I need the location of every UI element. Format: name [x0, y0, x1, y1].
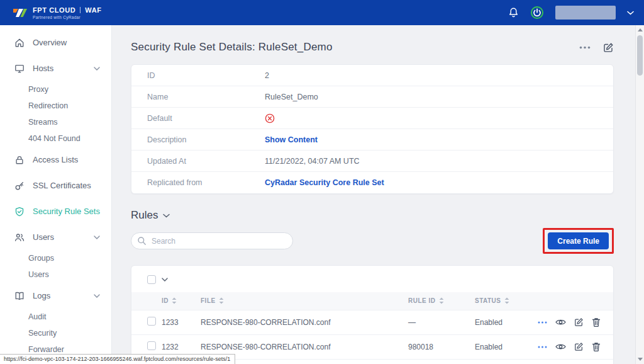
sidebar-subitem-security[interactable]: Security [0, 325, 111, 341]
show-content-link[interactable]: Show Content [265, 135, 318, 144]
chevron-down-icon [94, 67, 100, 71]
chevron-down-icon [94, 236, 100, 239]
delete-rule-button[interactable] [592, 317, 601, 327]
logout-button[interactable] [530, 6, 544, 20]
sidebar-subitem-streams[interactable]: Streams [0, 114, 111, 130]
column-header-status[interactable]: STATUS [475, 292, 538, 310]
row-checkbox[interactable] [147, 317, 156, 326]
sidebar-subitem-users[interactable]: Users [0, 266, 111, 283]
lock-icon [14, 155, 25, 165]
bell-icon [508, 7, 519, 18]
sidebar-item-security-rule-sets[interactable]: Security Rule Sets [0, 198, 111, 224]
pencil-icon [603, 42, 614, 53]
search-icon [137, 236, 147, 246]
sidebar-item-hosts[interactable]: Hosts [0, 55, 111, 81]
sidebar-item-logs[interactable]: Logs [0, 283, 111, 309]
scrollbar-up-arrow[interactable] [638, 28, 643, 31]
detail-row-updated-at: Updated At 11/21/2022, 04:07 AM UTC [131, 151, 613, 172]
status-url: https://fci-demo-vpc-103-174-212-203-166… [4, 356, 230, 362]
rules-table-card: ID FILE RULE ID [131, 265, 614, 364]
sidebar-item-overview[interactable]: Overview [0, 30, 111, 55]
detail-row-id: ID 2 [131, 65, 613, 86]
cell-file: RESPONSE-980-CORRELATION.conf [201, 310, 408, 334]
column-header-actions [538, 292, 613, 310]
bulk-actions-chevron-down-icon[interactable] [162, 278, 168, 282]
book-icon [14, 291, 25, 301]
detail-row-replicated-from: Replicated from CyRadar Security Core Ru… [131, 172, 613, 193]
sidebar-item-label: Hosts [33, 64, 53, 73]
users-icon [14, 232, 25, 242]
rules-collapse-chevron-icon[interactable] [163, 213, 170, 218]
scrollbar-thumb[interactable] [637, 35, 643, 76]
select-all-checkbox[interactable] [147, 275, 156, 284]
view-rule-button[interactable] [555, 343, 566, 351]
user-account-chip[interactable] [555, 6, 616, 20]
chevron-down-icon [94, 294, 100, 298]
delete-rule-button[interactable] [592, 342, 601, 351]
view-rule-button[interactable] [555, 318, 566, 326]
ellipsis-icon [579, 46, 591, 49]
sidebar-subitem-proxy[interactable]: Proxy [0, 81, 111, 98]
user-menu-chevron-down-icon[interactable] [627, 11, 634, 15]
scrollbar-down-arrow[interactable] [638, 358, 643, 361]
vertical-scrollbar[interactable] [635, 25, 644, 364]
logo-separator [80, 7, 80, 13]
sort-icon [219, 297, 224, 304]
notifications-button[interactable] [508, 7, 519, 18]
logo-product: WAF [85, 6, 101, 14]
cross-circle-icon [265, 113, 275, 123]
pencil-icon [574, 342, 584, 351]
detail-row-name: Name RuleSet_Demo [131, 86, 613, 108]
column-header-file[interactable]: FILE [201, 292, 408, 310]
fpt-logo-icon [13, 8, 28, 18]
sidebar-item-ssl-certificates[interactable]: SSL Certificates [0, 173, 111, 198]
column-header-id[interactable]: ID [162, 292, 201, 310]
sidebar-item-access-lists[interactable]: Access Lists [0, 147, 111, 173]
edit-rule-set-button[interactable] [603, 42, 614, 53]
cell-id: 1233 [162, 310, 201, 334]
sidebar-item-label: Overview [33, 38, 67, 47]
create-rule-button[interactable]: Create Rule [548, 232, 609, 249]
replicated-from-link[interactable]: CyRadar Security Core Rule Set [265, 178, 384, 187]
top-bar: FPT CLOUD WAF Partnered with CyRadar [0, 0, 644, 25]
cell-rule-id: — [408, 310, 475, 334]
page-title: Security Rule Set Details: RuleSet_Demo [131, 41, 333, 54]
detail-row-default: Default [131, 108, 613, 129]
sort-icon [504, 297, 509, 304]
browser-status-bar: https://fci-demo-vpc-103-174-212-203-166… [0, 354, 235, 364]
home-icon [14, 38, 25, 48]
header-checkbox-cell [131, 292, 162, 310]
page-more-actions-button[interactable] [579, 46, 591, 49]
ellipsis-icon [538, 346, 547, 348]
row-checkbox[interactable] [147, 341, 156, 350]
edit-rule-button[interactable] [574, 342, 584, 351]
sidebar-subitem-groups[interactable]: Groups [0, 250, 111, 266]
shield-check-icon [14, 207, 25, 217]
eye-icon [555, 343, 566, 351]
rules-search-input[interactable] [131, 232, 293, 249]
eye-icon [555, 318, 566, 326]
sidebar-item-label: Users [33, 232, 54, 242]
row-more-actions-button[interactable] [538, 346, 547, 348]
sidebar: Overview Hosts Proxy Redirection Streams… [0, 25, 112, 364]
cell-rule-id: 980018 [408, 334, 475, 359]
fpt-cloud-waf-logo[interactable]: FPT CLOUD WAF Partnered with CyRadar [13, 6, 102, 20]
cell-status: Enabled [475, 310, 538, 334]
logo-subtitle: Partnered with CyRadar [33, 15, 102, 20]
sidebar-subitem-404-not-found[interactable]: 404 Not Found [0, 130, 111, 147]
power-icon [530, 6, 544, 20]
sidebar-item-users[interactable]: Users [0, 224, 111, 250]
sidebar-subitem-redirection[interactable]: Redirection [0, 98, 111, 114]
pencil-icon [574, 317, 584, 327]
trash-icon [592, 342, 601, 351]
rules-section-title: Rules [131, 209, 158, 222]
sidebar-subitem-audit[interactable]: Audit [0, 309, 111, 325]
rule-set-details-card: ID 2 Name RuleSet_Demo Default Descript [131, 64, 614, 194]
row-more-actions-button[interactable] [538, 321, 547, 324]
sort-icon [172, 297, 177, 304]
column-header-rule-id[interactable]: RULE ID [408, 292, 475, 310]
trash-icon [592, 317, 601, 327]
red-annotation-highlight: Create Rule [543, 228, 614, 254]
edit-rule-button[interactable] [574, 317, 584, 327]
key-icon [14, 181, 25, 191]
